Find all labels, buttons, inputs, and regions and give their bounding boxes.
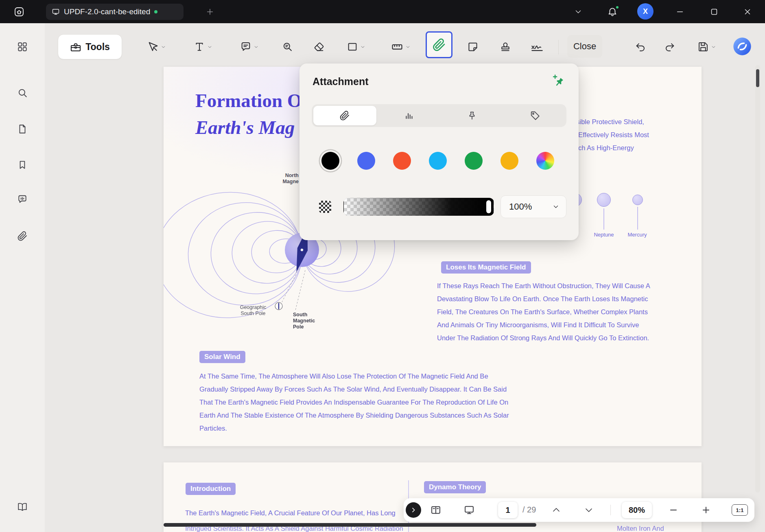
tools-button[interactable]: Tools [58,34,122,59]
presentation-button[interactable] [463,504,475,516]
document-tab[interactable]: UPDF-2.0-cant-be-edited [46,4,184,20]
minimize-icon [675,7,684,16]
opacity-slider-handle[interactable] [486,200,491,213]
color-swatch-3[interactable] [429,152,447,170]
planet-mercury [632,195,643,205]
notifications-button[interactable] [607,6,619,18]
undo-icon [635,41,646,53]
tab-list-button[interactable] [574,7,583,16]
page2-right-fragment: Molten Iron And [617,522,702,532]
planet-neptune [597,193,611,207]
home-button[interactable] [10,2,28,21]
bookmark-icon [17,160,28,170]
actual-size-button[interactable]: 1:1 [732,504,748,516]
chevron-right-icon [410,507,417,513]
tab-tag[interactable] [504,104,567,127]
badge-introduction: Introduction [186,483,236,495]
close-mode-button[interactable]: Close [567,35,602,58]
add-tab-button[interactable] [203,5,216,18]
add-tab-icon [205,7,214,16]
sticker-tool[interactable] [464,37,482,57]
zoom-value: 80% [629,506,645,515]
ai-assistant-button[interactable] [732,36,753,57]
home-icon [14,7,24,17]
color-swatch-5[interactable] [501,152,518,170]
planet-tick [637,207,638,230]
stamp-tool[interactable] [496,37,514,57]
page1-title-line1: Formation O [195,90,302,112]
color-swatch-2[interactable] [393,152,411,170]
tab-chart[interactable] [378,104,441,127]
vertical-scrollbar-thumb[interactable] [756,69,759,87]
tab-pushpin[interactable] [441,104,504,127]
search-icon [17,88,28,98]
right-column-fragment-1: sible Protective Shield, [576,118,644,126]
eraser-icon [313,41,325,53]
redo-icon [664,41,675,53]
zoom-in-button[interactable] [700,504,712,516]
planet-label-neptune: Neptune [586,232,622,238]
tools-label: Tools [85,42,110,53]
page1-title-line2: Earth's Mag [195,116,295,138]
titlebar: UPDF-2.0-cant-be-edited X [0,0,765,23]
shape-tool[interactable] [342,37,370,57]
planet-label-mercury: Mercury [619,232,656,238]
monitor-icon [52,8,60,16]
previous-page-button[interactable] [551,505,562,515]
book-view-icon [430,504,442,516]
sidebar-item-comments[interactable] [13,190,32,209]
tab-attachment[interactable] [313,106,376,125]
color-swatch-0[interactable] [321,152,339,170]
zoom-out-button[interactable] [667,504,680,516]
tag-icon [530,110,540,121]
signature-tool[interactable] [526,37,549,57]
measure-tool[interactable] [386,37,416,57]
chevron-down-icon [405,44,411,50]
zoom-level[interactable]: 80% [622,502,652,518]
next-page-button[interactable] [584,505,594,515]
add-attachment-button[interactable] [549,72,568,91]
search-text-tool[interactable] [278,37,296,57]
user-avatar[interactable]: X [637,3,654,20]
page-layout-button[interactable] [430,504,442,516]
save-button[interactable] [693,37,721,57]
attachment-tool-selected[interactable] [426,31,452,58]
sidebar-item-reader[interactable] [13,497,32,516]
vertical-scrollbar[interactable] [755,65,760,493]
maximize-button[interactable] [708,6,720,18]
sidebar-item-attachments[interactable] [13,227,32,245]
color-swatch-4[interactable] [465,152,483,170]
chevron-down-icon [254,44,259,50]
horizontal-scrollbar-thumb[interactable] [164,523,536,527]
expand-toolbar-button[interactable] [406,502,421,518]
sidebar-item-pages[interactable] [13,120,32,138]
page-number-input[interactable]: 1 [498,502,518,518]
color-swatch-1[interactable] [357,152,375,170]
eraser-tool[interactable] [310,37,328,57]
text-tool[interactable] [189,37,217,57]
color-swatch-6[interactable] [536,152,554,170]
transparency-chip[interactable] [319,201,331,213]
tab-title: UPDF-2.0-cant-be-edited [64,7,150,16]
redo-button[interactable] [661,37,679,57]
chevron-down-icon [552,203,560,210]
opacity-slider[interactable] [343,198,494,216]
minimize-button[interactable] [674,6,686,18]
annotate-tool[interactable] [235,37,264,57]
close-window-button[interactable] [741,6,754,18]
sidebar-item-thumbnails[interactable] [13,37,32,56]
sidebar-item-bookmarks[interactable] [13,155,32,174]
stamp-icon [500,41,511,53]
page-number-value: 1 [505,506,510,515]
attachment-panel-title: Attachment [313,76,369,88]
select-tool[interactable] [142,37,171,57]
label-geographic-south-pole: Geographic South Pole [232,304,274,317]
opacity-value: 100% [509,201,532,212]
sidebar-item-search[interactable] [13,83,32,102]
undo-button[interactable] [632,37,649,57]
opacity-dropdown[interactable]: 100% [501,195,566,218]
chevron-down-icon [161,44,166,50]
annotate-icon [240,41,251,53]
right-column-fragment-3: ch As High-Energy [578,144,634,152]
left-sidebar [0,23,45,532]
